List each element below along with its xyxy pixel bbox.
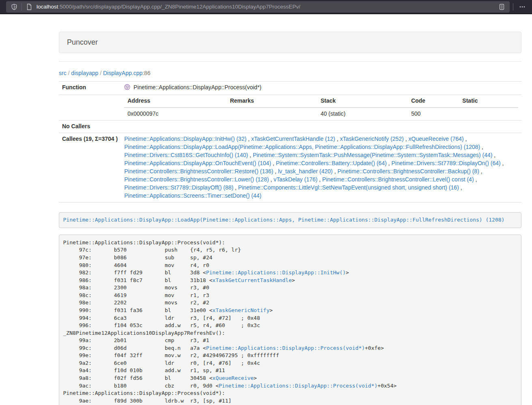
- page-icon[interactable]: [24, 2, 34, 12]
- breadcrumb-separator: /: [98, 70, 103, 76]
- col-header-address: Address: [124, 95, 226, 108]
- loadapp-snippet-link[interactable]: Pinetime::Applications::DisplayApp::Load…: [63, 217, 505, 223]
- callee-link[interactable]: Pinetime::System::SystemTask::PushMessag…: [253, 152, 493, 158]
- callee-link[interactable]: Pinetime::Applications::DisplayApp::OnTo…: [124, 160, 271, 166]
- menu-dots-icon[interactable]: [517, 1, 528, 13]
- stats-row: Address Remarks Stack Code Static 0x0000…: [59, 95, 521, 120]
- reader-mode-icon[interactable]: [497, 2, 506, 12]
- no-callers-row: No Callers: [59, 120, 521, 133]
- callees-label: Callees (19, Σ=3704 ): [59, 133, 121, 202]
- callee-link[interactable]: Pinetime::Applications::DisplayApp::Init…: [124, 136, 246, 142]
- code-value: 500: [408, 108, 459, 120]
- loadapp-snippet: Pinetime::Applications::DisplayApp::Load…: [59, 212, 521, 228]
- toolbar-divider: [513, 3, 513, 11]
- callee-link[interactable]: Pinetime::Controllers::BrightnessControl…: [124, 168, 273, 174]
- browser-topbar: localhost:5000/path/src/displayapp/Displ…: [0, 0, 532, 14]
- stack-value: 40 (static): [317, 108, 408, 120]
- breadcrumb-line-number: :86: [142, 70, 150, 76]
- address-value: 0x0000097c: [124, 108, 226, 120]
- callee-link[interactable]: Pinetime::Applications::Screens::Timer::…: [124, 192, 261, 199]
- no-callers-label: No Callers: [59, 120, 121, 133]
- code-symbol-link[interactable]: Pinetime::Applications::DisplayApp::Init…: [206, 269, 346, 276]
- callee-link[interactable]: Pinetime::Drivers::St7789::DisplayOn() (…: [392, 160, 501, 166]
- stats-data-row: 0x0000097c 40 (static) 500: [124, 108, 518, 120]
- breadcrumb-link[interactable]: DisplayApp.cpp: [103, 70, 142, 76]
- urlbar-divider: [22, 3, 22, 11]
- function-label: Function: [59, 82, 121, 95]
- callee-link[interactable]: Pinetime::Controllers::BrightnessControl…: [337, 168, 479, 174]
- col-header-static: Static: [459, 95, 518, 108]
- code-symbol-link[interactable]: Pinetime::Applications::DisplayApp::Proc…: [219, 383, 377, 389]
- callee-link[interactable]: xTaskGetCurrentTaskHandle (12): [251, 136, 335, 142]
- callee-link[interactable]: Pinetime::Drivers::Cst816S::GetTouchInfo…: [124, 152, 248, 158]
- function-table: Function Pinetime::Applications::Display…: [59, 81, 521, 202]
- cube-icon: [124, 84, 130, 93]
- callee-link[interactable]: lv_task_handler (420): [278, 168, 333, 174]
- remarks-value: [227, 108, 317, 120]
- function-name: Pinetime::Applications::DisplayApp::Proc…: [134, 84, 261, 90]
- stats-row-label: [59, 95, 121, 120]
- callees-row: Callees (19, Σ=3704 ) Pinetime::Applicat…: [59, 133, 521, 202]
- breadcrumb-link[interactable]: src: [59, 70, 67, 76]
- url-text: localhost:5000/path/src/displayapp/Displ…: [37, 4, 497, 10]
- callee-link[interactable]: Pinetime::Components::LittleVgl::SetNewT…: [238, 184, 459, 191]
- stats-header-row: Address Remarks Stack Code Static: [124, 95, 518, 108]
- callee-link[interactable]: Pinetime::Controllers::BrightnessControl…: [322, 176, 474, 183]
- app-header-panel: Puncover: [59, 32, 521, 53]
- callee-link[interactable]: Pinetime::Drivers::St7789::DisplayOff() …: [124, 184, 233, 191]
- divider: [59, 61, 521, 62]
- callee-link[interactable]: vTaskDelay (176): [274, 176, 317, 183]
- page-title: Puncover: [67, 38, 98, 46]
- code-symbol-link[interactable]: xTaskGetCurrentTaskHandle: [212, 277, 292, 283]
- function-row: Function Pinetime::Applications::Display…: [59, 82, 521, 95]
- breadcrumb-separator: /: [67, 70, 71, 76]
- url-bar[interactable]: localhost:5000/path/src/displayapp/Displ…: [6, 1, 510, 13]
- breadcrumb: src / displayapp / DisplayApp.cpp:86: [59, 70, 521, 76]
- code-symbol-link[interactable]: xQueueReceive: [212, 375, 254, 381]
- callee-link[interactable]: Pinetime::Applications::DisplayApp::Load…: [124, 144, 480, 150]
- breadcrumb-link[interactable]: displayapp: [71, 70, 98, 76]
- stats-table: Address Remarks Stack Code Static 0x0000…: [124, 95, 518, 120]
- url-path: :5000/path/src/displayapp/DisplayApp.cpp…: [58, 4, 300, 10]
- code-symbol-link[interactable]: Pinetime::Applications::DisplayApp::Proc…: [206, 345, 365, 351]
- callee-link[interactable]: Pinetime::Controllers::Battery::Update()…: [276, 160, 387, 166]
- page-content: Puncover src / displayapp / DisplayApp.c…: [59, 32, 521, 405]
- shield-icon[interactable]: [9, 2, 19, 12]
- callee-link[interactable]: xTaskGenericNotify (252): [340, 136, 404, 142]
- col-header-code: Code: [408, 95, 459, 108]
- callee-link[interactable]: xQueueReceive (764): [409, 136, 464, 142]
- callees-list: Pinetime::Applications::DisplayApp::Init…: [121, 133, 521, 202]
- disassembly-code: Pinetime::Applications::DisplayApp::Proc…: [59, 235, 521, 405]
- callee-link[interactable]: Pinetime::Controllers::BrightnessControl…: [124, 176, 269, 183]
- url-host: localhost: [37, 4, 58, 10]
- static-value: [459, 108, 518, 120]
- code-symbol-link[interactable]: xTaskGenericNotify: [212, 307, 269, 313]
- col-header-remarks: Remarks: [227, 95, 317, 108]
- col-header-stack: Stack: [317, 95, 408, 108]
